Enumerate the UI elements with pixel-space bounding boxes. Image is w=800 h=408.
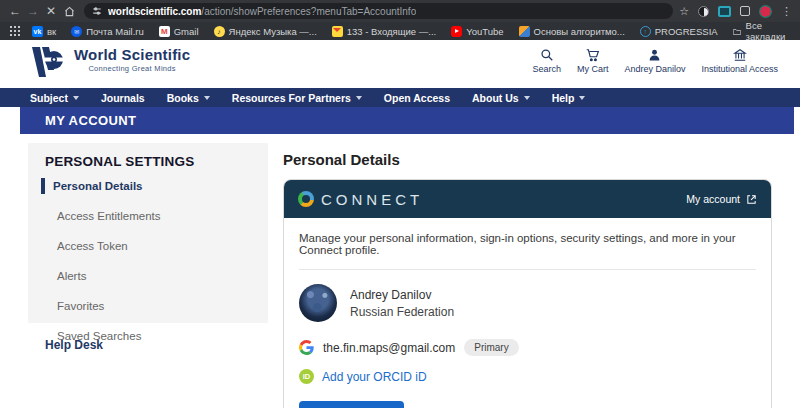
apps-grid-icon[interactable] (10, 26, 20, 36)
bookmark-vk[interactable]: vkвк (32, 26, 56, 37)
primary-badge: Primary (464, 339, 518, 356)
user-name: Andrey Danilov (350, 288, 454, 302)
browser-menu-icon[interactable]: ⋮ (781, 5, 792, 18)
world-scientific-logo[interactable]: World Scientific Connecting Great Minds (30, 46, 190, 79)
progressia-icon: ↑ (640, 26, 651, 37)
nav-about-us[interactable]: About Us (472, 92, 530, 104)
connect-card-body: Manage your personal information, sign-i… (284, 218, 771, 408)
connect-card: CONNECT My account Manage your personal … (283, 179, 772, 408)
nav-open-access[interactable]: Open Access (384, 92, 450, 104)
email-address: the.fin.maps@gmail.com (323, 341, 455, 355)
site-info-icon[interactable] (92, 6, 102, 16)
orcid-row[interactable]: iD Add your ORCID iD (299, 369, 756, 384)
gmail-icon: M (159, 26, 170, 37)
home-icon[interactable] (60, 0, 78, 22)
external-link-icon (746, 194, 757, 205)
chevron-down-icon (356, 96, 362, 100)
bookmark-gmail[interactable]: MGmail (159, 26, 199, 37)
browser-toolbar: ← → ✕ worldscientific.com/action/showPre… (0, 0, 800, 22)
folder-icon (733, 27, 741, 36)
bookmark-yandex-music[interactable]: ♪Яндекс Музыка —... (214, 26, 317, 37)
nav-subject[interactable]: Subject (30, 92, 79, 104)
my-account-banner: MY ACCOUNT (20, 107, 794, 134)
search-icon (540, 48, 554, 62)
ws-logo-icon (30, 46, 66, 79)
bookmark-star-icon[interactable]: ☆ (679, 5, 689, 18)
bookmark-algorithms[interactable]: Основы алгоритмо... (519, 26, 625, 37)
active-extension-icon[interactable] (718, 6, 731, 17)
nav-resources-for-partners[interactable]: Resources For Partners (232, 92, 362, 104)
browser-profile-avatar[interactable] (759, 5, 772, 18)
sidebar-item-personal-details[interactable]: Personal Details (41, 178, 268, 194)
cart-icon (585, 48, 600, 62)
nav-help[interactable]: Help (552, 92, 586, 104)
connect-brand: CONNECT (298, 191, 423, 208)
bookmark-progressia[interactable]: ↑PROGRESSIA (640, 26, 718, 37)
forward-icon[interactable]: → (24, 0, 42, 22)
connect-card-header: CONNECT My account (284, 180, 771, 218)
settings-sidebar: PERSONAL SETTINGS Personal Details Acces… (28, 143, 268, 323)
connect-description: Manage your personal information, sign-i… (299, 232, 756, 256)
sidebar-title: PERSONAL SETTINGS (45, 154, 268, 169)
email-row: the.fin.maps@gmail.com Primary (299, 339, 756, 356)
vk-icon: vk (32, 26, 43, 37)
screen: ← → ✕ worldscientific.com/action/showPre… (0, 0, 800, 408)
search-button[interactable]: Search (532, 48, 561, 74)
cube-icon (519, 26, 530, 37)
connect-wordmark: CONNECT (321, 191, 423, 208)
page-title: Personal Details (283, 151, 772, 168)
user-country: Russian Federation (350, 305, 454, 319)
google-icon (299, 340, 314, 355)
divider (299, 269, 756, 270)
my-account-link[interactable]: My account (686, 193, 757, 205)
bookmark-mailru[interactable]: ✉Почта Mail.ru (71, 26, 144, 37)
all-bookmarks-button[interactable]: Все закладки (733, 20, 789, 42)
main-content: Personal Details CONNECT My account Mana… (283, 151, 772, 408)
account-button[interactable]: Andrey Danilov (624, 48, 685, 74)
main-nav: Subject Journals Books Resources For Par… (0, 88, 800, 107)
browser-actions: ☆ ⋮ (679, 5, 794, 18)
extension-icon[interactable] (698, 6, 709, 17)
sidebar-item-access-entitlements[interactable]: Access Entitlements (45, 208, 268, 224)
yandex-music-icon: ♪ (214, 26, 225, 37)
header-actions: Search My Cart Andrey Danilov Institutio… (532, 48, 778, 74)
nav-journals[interactable]: Journals (101, 92, 145, 104)
chevron-down-icon (73, 96, 79, 100)
site-header: World Scientific Connecting Great Minds … (0, 40, 800, 88)
stop-icon[interactable]: ✕ (42, 0, 60, 22)
user-icon (648, 48, 661, 62)
orcid-icon: iD (299, 369, 314, 384)
institutional-access-button[interactable]: Institutional Access (701, 48, 778, 74)
url-text: worldscientific.com/action/showPreferenc… (108, 6, 416, 17)
bookmarks-bar: vkвк ✉Почта Mail.ru MGmail ♪Яндекс Музык… (0, 22, 800, 40)
chevron-down-icon (524, 96, 530, 100)
youtube-icon (451, 26, 462, 37)
extensions-menu-icon[interactable] (740, 6, 750, 16)
back-icon[interactable]: ← (6, 0, 24, 22)
edit-profile-button[interactable]: Edit my profile (299, 401, 404, 408)
sidebar-item-favorites[interactable]: Favorites (45, 298, 268, 314)
user-row: Andrey Danilov Russian Federation (299, 284, 756, 322)
bookmark-youtube[interactable]: YouTube (451, 26, 503, 37)
chevron-down-icon (204, 96, 210, 100)
bookmark-inbox[interactable]: 133 - Входящие —... (332, 26, 436, 37)
banner-title: MY ACCOUNT (45, 113, 136, 128)
logo-tagline: Connecting Great Minds (74, 64, 190, 73)
user-avatar (299, 284, 337, 322)
connect-logo-icon (298, 191, 314, 207)
my-cart-button[interactable]: My Cart (577, 48, 609, 74)
institution-icon (733, 48, 747, 62)
logo-title: World Scientific (74, 46, 190, 63)
url-bar[interactable]: worldscientific.com/action/showPreferenc… (84, 3, 673, 19)
mailru-icon: ✉ (71, 26, 82, 37)
chevron-down-icon (579, 96, 585, 100)
add-orcid-link[interactable]: Add your ORCID iD (322, 370, 427, 384)
help-desk-link[interactable]: Help Desk (45, 338, 103, 352)
sidebar-item-access-token[interactable]: Access Token (45, 238, 268, 254)
mail-envelope-icon (332, 26, 343, 37)
sidebar-item-alerts[interactable]: Alerts (45, 268, 268, 284)
nav-books[interactable]: Books (167, 92, 210, 104)
